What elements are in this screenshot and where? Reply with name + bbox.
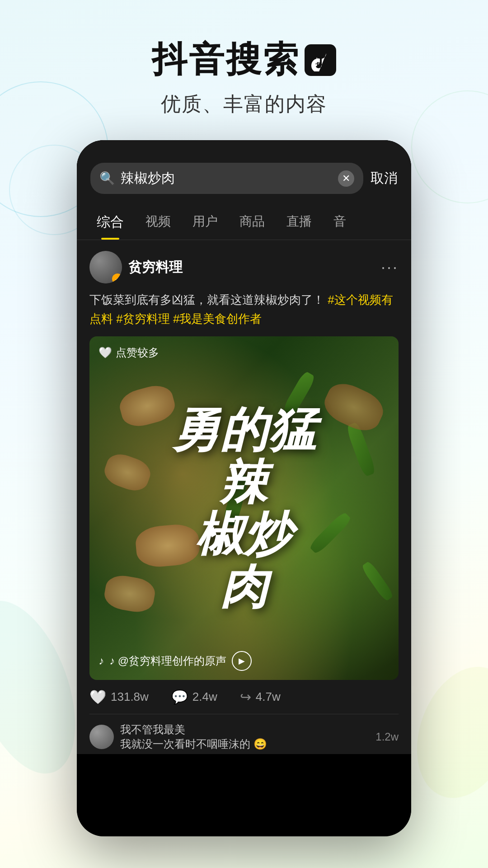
- stats-row: 🤍 131.8w 💬 2.4w ↪ 4.7w: [89, 680, 399, 714]
- bg-decoration-blob2: [400, 653, 488, 811]
- comments-stat[interactable]: 💬 2.4w: [171, 689, 217, 705]
- tab-audio[interactable]: 音: [323, 205, 357, 240]
- app-subtitle: 优质、丰富的内容: [0, 91, 488, 118]
- post-card: ✓ 贫穷料理 ··· 下饭菜到底有多凶猛，就看这道辣椒炒肉了！ #这个视频有点料…: [77, 240, 411, 754]
- app-header: 抖音搜索 ♪ 优质、丰富的内容: [0, 0, 488, 118]
- shares-count: 4.7w: [256, 690, 281, 704]
- tab-product[interactable]: 商品: [229, 205, 276, 240]
- share-icon: ↪: [240, 689, 251, 705]
- likes-count: 131.8w: [111, 690, 149, 704]
- verified-badge: ✓: [112, 274, 122, 283]
- phone-mockup: 🔍 辣椒炒肉 ✕ 取消 综合 视频 用户 商品: [77, 140, 411, 836]
- search-bar-container: 🔍 辣椒炒肉 ✕ 取消: [77, 140, 411, 205]
- video-big-text: 勇的猛辣椒炒肉: [172, 404, 317, 613]
- search-icon: 🔍: [99, 171, 115, 186]
- hashtag-3[interactable]: #我是美食创作者: [173, 312, 262, 326]
- commenter-name: 我不管我最美: [120, 722, 369, 737]
- play-button[interactable]: ▶: [232, 651, 252, 671]
- tab-live[interactable]: 直播: [276, 205, 323, 240]
- audio-label: ♪ @贫穷料理创作的原声: [109, 654, 226, 668]
- avatar: ✓: [89, 251, 122, 283]
- clear-search-button[interactable]: ✕: [338, 170, 354, 187]
- comment-preview: 我不管我最美 我就没一次看时不咽唾沫的 😄 1.2w: [89, 714, 399, 754]
- search-input-wrap[interactable]: 🔍 辣椒炒肉 ✕: [90, 163, 363, 194]
- phone-screen: 🔍 辣椒炒肉 ✕ 取消 综合 视频 用户 商品: [77, 140, 411, 836]
- caption-text: 下饭菜到底有多凶猛，就看这道辣椒炒肉了！: [89, 293, 324, 307]
- tab-comprehensive[interactable]: 综合: [86, 205, 135, 240]
- heart-icon: 🤍: [89, 689, 106, 705]
- video-text-overlay: 勇的猛辣椒炒肉: [89, 336, 399, 680]
- commenter-avatar: [89, 725, 114, 749]
- likes-stat[interactable]: 🤍 131.8w: [89, 689, 149, 705]
- music-note-icon: ♪: [99, 655, 104, 667]
- phone-frame: 🔍 辣椒炒肉 ✕ 取消 综合 视频 用户 商品: [77, 140, 411, 836]
- tabs-row: 综合 视频 用户 商品 直播 音: [77, 205, 411, 240]
- username: 贫穷料理: [128, 258, 183, 277]
- search-query: 辣椒炒肉: [121, 169, 333, 188]
- app-title: 抖音搜索: [152, 36, 300, 84]
- post-user[interactable]: ✓ 贫穷料理: [89, 251, 183, 283]
- video-thumbnail[interactable]: 🤍 点赞较多 勇的猛辣椒炒肉 ♪ ♪ @贫穷料理创作的原声 ▶: [89, 336, 399, 680]
- tab-user[interactable]: 用户: [182, 205, 229, 240]
- post-header: ✓ 贫穷料理 ···: [89, 251, 399, 283]
- more-options-button[interactable]: ···: [381, 258, 399, 277]
- svg-text:♪: ♪: [313, 52, 321, 71]
- tab-video[interactable]: 视频: [135, 205, 182, 240]
- tiktok-logo-icon: ♪: [305, 44, 336, 76]
- comments-count: 2.4w: [192, 690, 217, 704]
- cancel-search-button[interactable]: 取消: [371, 169, 398, 188]
- audio-bar: ♪ ♪ @贫穷料理创作的原声 ▶: [99, 651, 252, 671]
- comment-content: 我就没一次看时不咽唾沫的 😄: [120, 737, 369, 751]
- comment-count: 1.2w: [375, 731, 399, 743]
- shares-stat[interactable]: ↪ 4.7w: [240, 689, 281, 705]
- comment-icon: 💬: [171, 689, 188, 705]
- hashtag-2[interactable]: #贫穷料理: [116, 312, 169, 326]
- post-caption: 下饭菜到底有多凶猛，就看这道辣椒炒肉了！ #这个视频有点料 #贫穷料理 #我是美…: [89, 291, 399, 328]
